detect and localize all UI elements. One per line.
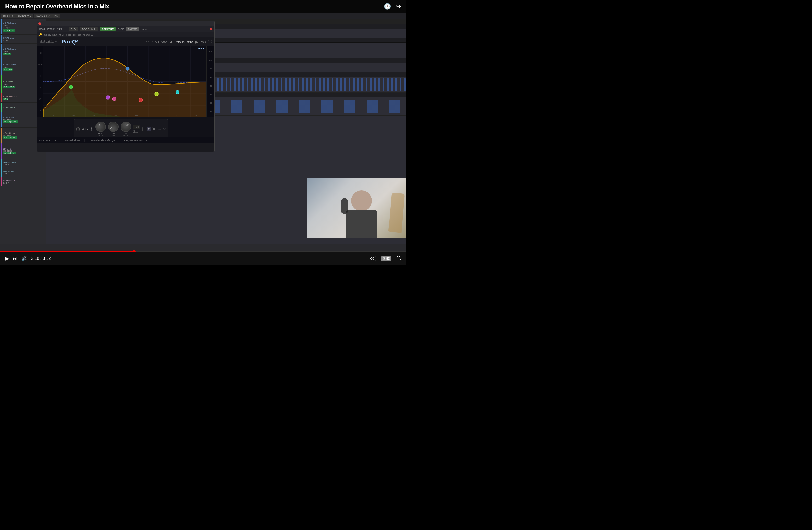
track-item[interactable]: OWADr ALEF 0.0 P P	[0, 159, 46, 168]
time-current: 2:18	[31, 256, 39, 261]
track-color	[1, 94, 2, 102]
cc-button[interactable]: CC	[368, 256, 376, 261]
fabfilter-brand: 1010 fabfilter	[40, 40, 57, 42]
r-btn[interactable]: R	[152, 127, 157, 131]
freq-label: FREQ	[98, 132, 103, 134]
dgr-default-selector[interactable]: DGR Default	[80, 27, 98, 31]
track-color	[1, 127, 2, 143]
svg-point-15	[126, 67, 130, 70]
band-next-btn[interactable]: ▶	[87, 128, 88, 130]
band-number: 1	[85, 128, 86, 130]
software-instruments: software instruments	[40, 42, 54, 43]
preset-label: Preset	[47, 28, 55, 30]
compare-button[interactable]: COMPARE	[100, 27, 116, 31]
plugin-status-bar: MIDI Learn ▼ | Natural Phase | Channel M…	[37, 137, 214, 143]
daw-header-sends-ae[interactable]: SENDS A-E	[15, 14, 33, 18]
skip-button[interactable]: ⏭	[13, 256, 17, 261]
daw-header-rts[interactable]: RTS F-J	[1, 14, 15, 18]
plugin-header-controls: ↩ ↪ A/B Copy ◀ Default Setting ▶ Help ⛶	[146, 40, 212, 44]
plugin-header-bar: 1010 fabfilter software instruments Pro·…	[37, 38, 214, 46]
help-button[interactable]: Help	[200, 40, 206, 43]
band-power-btn[interactable]: ⏻	[76, 127, 80, 131]
band-db-display: 0 dB	[90, 126, 93, 132]
db-scale-right: 0.4 -10 -20 -30 -40 -50 -60 -70	[206, 46, 214, 117]
left-arrow-btn[interactable]: ◀	[170, 40, 172, 44]
hd-badge: ⚙ HD	[381, 256, 391, 261]
svg-point-17	[155, 92, 158, 96]
midi-learn-btn[interactable]: MIDI Learn	[39, 139, 51, 142]
m-btn[interactable]: M	[147, 127, 151, 131]
freq-50: 50	[72, 115, 75, 116]
q-label: Q	[125, 132, 126, 134]
filter-type-btn[interactable]: Bell	[133, 125, 140, 129]
track-color	[1, 143, 2, 159]
daw-header-sends-fj[interactable]: SENDS F-J	[34, 14, 52, 18]
undo-btn[interactable]: ↩	[146, 40, 149, 43]
freq-500: 500	[134, 115, 137, 116]
bypass-button[interactable]: BYPASS	[126, 27, 140, 31]
plugin-close-btn[interactable]	[39, 22, 41, 25]
svg-point-13	[106, 96, 110, 99]
title-bar: How to Repair Overhead Mics in a Mix 🕐 ↪	[0, 0, 406, 13]
transport-right-controls: CC ⚙ HD ⛶	[368, 256, 401, 261]
cut-btn[interactable]: ✂	[158, 127, 161, 131]
l-btn[interactable]: L	[142, 127, 146, 131]
band-prev-btn[interactable]: ◀	[82, 128, 84, 130]
settings-gear-icon[interactable]: ⚙	[382, 257, 385, 260]
gain-db: -30	[112, 135, 115, 137]
play-button[interactable]: ▶	[5, 255, 9, 261]
plugin-titlebar	[37, 21, 214, 26]
proq2-logo: Pro·Q²	[61, 39, 77, 45]
share-icon[interactable]: ↪	[396, 3, 401, 10]
band-freq-control: FREQ 10 Hz	[96, 122, 106, 137]
q-knob[interactable]	[118, 120, 133, 134]
freq-hz: 10 Hz	[98, 135, 103, 137]
redo-btn[interactable]: ↪	[151, 40, 153, 43]
track-color	[1, 59, 2, 75]
eq-display[interactable]: 30 dB 0.4 -10 -20 -30 -40 -50 -60 -70 +2…	[37, 46, 214, 117]
track-label: Track	[39, 28, 45, 30]
ohs-selector[interactable]: OH's	[69, 27, 78, 31]
track-item[interactable]: CLAP6 ALEF 0.0 P P	[0, 177, 46, 186]
track-color	[1, 159, 2, 168]
freq-100: 100	[92, 115, 96, 116]
freq-knob[interactable]	[93, 120, 108, 134]
expand-btn[interactable]: ⛶	[208, 40, 212, 44]
track-color	[1, 34, 2, 43]
plugin-menubar: Track Preset Auto OH's DGR Default COMPA…	[37, 26, 214, 32]
right-arrow-btn[interactable]: ▶	[195, 40, 198, 44]
track-color	[1, 19, 2, 34]
svg-point-14	[113, 97, 116, 100]
time-total: 8:32	[43, 256, 51, 261]
transport-bar: ▶ ⏭ 🔊 2:18 / 8:32 CC ⚙ HD ⛶	[0, 252, 406, 265]
plugin-bottom-controls: ⏻ ◀ 1 ▶ 0 dB FREQ	[37, 117, 214, 143]
freq-20: 20	[52, 115, 54, 116]
daw-background: RTS F-J SENDS A-E SENDS F-J I/O a OWADru…	[0, 13, 406, 252]
lmr-buttons: L M R	[142, 127, 156, 131]
webcam-overlay	[307, 178, 406, 238]
volume-button[interactable]: 🔊	[21, 255, 27, 261]
copy-button[interactable]: Copy	[161, 40, 168, 43]
plugin-close-x[interactable]: ✕	[209, 27, 213, 31]
track-color	[1, 75, 2, 93]
clock-icon[interactable]: 🕐	[384, 3, 391, 10]
track-color	[1, 177, 2, 186]
time-separator: /	[41, 256, 42, 261]
ab-button[interactable]: A/B	[155, 40, 159, 43]
slope-label: 12 dB/oct	[133, 129, 140, 133]
video-title: How to Repair Overhead Mics in a Mix	[5, 3, 109, 10]
q-value: 0.025	[124, 135, 128, 137]
band-close-btn[interactable]: ✕	[163, 127, 166, 131]
svg-point-18	[175, 90, 179, 94]
band-gain-control: GAIN -30	[108, 122, 118, 137]
preset-display: Default Setting	[174, 40, 193, 43]
safe-button[interactable]: SAFE	[118, 28, 124, 30]
native-label: Native	[142, 28, 148, 30]
track-item[interactable]: OWBDr ALEF 0.0 P P	[0, 168, 46, 177]
freq-labels: 20 50 100 200 500 1k 2k 5k	[43, 115, 206, 116]
fullscreen-button[interactable]: ⛶	[396, 256, 401, 261]
gain-knob[interactable]	[106, 120, 120, 134]
midi-node-label: MIDI Node: FabFilter Pro-Q 2 12	[59, 33, 93, 36]
midi-learn-arrow: ▼	[55, 139, 57, 142]
daw-header-io[interactable]: I/O	[52, 14, 60, 18]
